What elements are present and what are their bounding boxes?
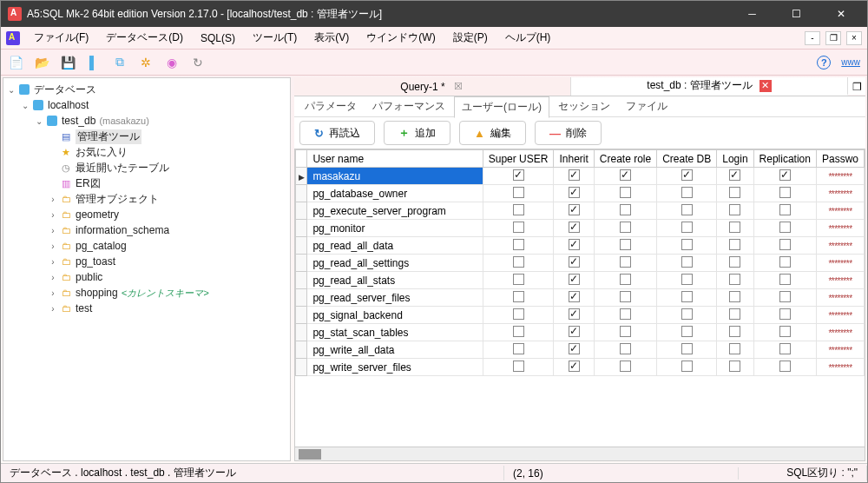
cell-checkbox[interactable] bbox=[657, 220, 717, 237]
cell-checkbox[interactable] bbox=[717, 185, 753, 202]
cell-checkbox[interactable] bbox=[717, 168, 753, 185]
cell-checkbox[interactable] bbox=[594, 272, 656, 289]
cell-username[interactable]: pg_read_server_files bbox=[307, 289, 483, 307]
checkbox-icon[interactable] bbox=[729, 187, 740, 198]
checkbox-icon[interactable] bbox=[779, 361, 791, 372]
checkbox-icon[interactable] bbox=[729, 343, 740, 354]
checkbox-icon[interactable] bbox=[729, 204, 740, 215]
cell-checkbox[interactable] bbox=[594, 341, 656, 359]
cell-checkbox[interactable] bbox=[753, 220, 816, 237]
checkbox-icon[interactable] bbox=[681, 361, 693, 372]
cell-password[interactable]: ******** bbox=[816, 289, 864, 307]
checkbox-icon[interactable] bbox=[779, 308, 791, 320]
checkbox-icon[interactable] bbox=[779, 343, 791, 354]
checkbox-icon[interactable] bbox=[513, 256, 524, 268]
grid-column-header[interactable]: Passwo bbox=[816, 150, 864, 168]
reload-button[interactable]: ↻再読込 bbox=[299, 121, 375, 145]
cell-password[interactable]: ******** bbox=[816, 220, 864, 237]
cell-checkbox[interactable] bbox=[657, 359, 717, 376]
cell-checkbox[interactable] bbox=[717, 341, 753, 359]
table-row[interactable]: pg_execute_server_program******** bbox=[296, 202, 865, 220]
checkbox-icon[interactable] bbox=[513, 187, 524, 198]
cell-checkbox[interactable] bbox=[594, 289, 656, 307]
cell-password[interactable]: ******** bbox=[816, 307, 864, 324]
cell-checkbox[interactable] bbox=[753, 272, 816, 289]
checkbox-icon[interactable] bbox=[681, 239, 693, 250]
cell-username[interactable]: pg_signal_backend bbox=[307, 307, 483, 324]
subtab-users[interactable]: ユーザー(ロール) bbox=[454, 96, 549, 118]
checkbox-icon[interactable] bbox=[681, 204, 693, 215]
cell-username[interactable]: pg_read_all_data bbox=[307, 237, 483, 255]
cell-password[interactable]: ******** bbox=[816, 237, 864, 255]
cell-checkbox[interactable] bbox=[554, 341, 594, 359]
cell-username[interactable]: pg_write_server_files bbox=[307, 359, 483, 376]
table-row[interactable]: pg_read_all_data******** bbox=[296, 237, 865, 255]
checkbox-icon[interactable] bbox=[729, 256, 740, 268]
tab-admin[interactable]: test_db : 管理者ツール ✕ bbox=[571, 77, 848, 96]
cell-checkbox[interactable] bbox=[594, 185, 656, 202]
cell-password[interactable]: ******** bbox=[816, 255, 864, 272]
checkbox-icon[interactable] bbox=[569, 274, 580, 285]
cell-password[interactable]: ******** bbox=[816, 324, 864, 341]
cell-checkbox[interactable] bbox=[554, 255, 594, 272]
tree-root[interactable]: ⌄ データベース bbox=[3, 82, 290, 97]
table-row[interactable]: pg_stat_scan_tables******** bbox=[296, 324, 865, 341]
grid-column-header[interactable]: Inherit bbox=[554, 150, 594, 168]
grid-column-header[interactable]: User name bbox=[307, 150, 483, 168]
checkbox-icon[interactable] bbox=[569, 256, 580, 268]
subtab-file[interactable]: ファイル bbox=[619, 96, 674, 116]
minimize-button[interactable]: ─ bbox=[733, 1, 772, 27]
checkbox-icon[interactable] bbox=[779, 204, 791, 215]
add-button[interactable]: ＋追加 bbox=[384, 121, 450, 145]
cell-password[interactable]: ******** bbox=[816, 168, 864, 185]
cell-checkbox[interactable] bbox=[594, 220, 656, 237]
cell-checkbox[interactable] bbox=[483, 324, 554, 341]
cell-checkbox[interactable] bbox=[554, 272, 594, 289]
cell-checkbox[interactable] bbox=[657, 341, 717, 359]
tree-host[interactable]: ⌄ localhost bbox=[3, 97, 290, 113]
cell-checkbox[interactable] bbox=[594, 168, 656, 185]
cell-username[interactable]: pg_write_all_data bbox=[307, 341, 483, 359]
checkbox-icon[interactable] bbox=[569, 222, 580, 233]
subtab-params[interactable]: パラメータ bbox=[298, 96, 364, 116]
new-icon[interactable]: 📄 bbox=[8, 55, 23, 70]
close-button[interactable]: ✕ bbox=[821, 1, 860, 27]
cell-checkbox[interactable] bbox=[717, 307, 753, 324]
cell-checkbox[interactable] bbox=[483, 255, 554, 272]
checkbox-icon[interactable] bbox=[681, 291, 693, 302]
refresh-icon[interactable]: ↻ bbox=[190, 55, 206, 70]
tree-schema-shopping[interactable]: ›🗀shopping<カレントスキーマ> bbox=[3, 285, 290, 301]
table-row[interactable]: pg_read_all_stats******** bbox=[296, 272, 865, 289]
cell-checkbox[interactable] bbox=[717, 272, 753, 289]
cell-checkbox[interactable] bbox=[657, 237, 717, 255]
cell-checkbox[interactable] bbox=[594, 237, 656, 255]
checkbox-icon[interactable] bbox=[681, 274, 693, 285]
cell-username[interactable]: pg_stat_scan_tables bbox=[307, 324, 483, 341]
cell-checkbox[interactable] bbox=[753, 359, 816, 376]
checkbox-icon[interactable] bbox=[779, 169, 791, 181]
cell-checkbox[interactable] bbox=[554, 220, 594, 237]
tree-favorites[interactable]: ★ お気に入り bbox=[3, 144, 290, 160]
checkbox-icon[interactable] bbox=[620, 343, 631, 354]
menu-view[interactable]: 表示(V) bbox=[307, 28, 356, 48]
checkbox-icon[interactable] bbox=[569, 169, 580, 181]
menu-settings[interactable]: 設定(P) bbox=[446, 28, 495, 48]
grid-column-header[interactable]: Replication bbox=[753, 150, 816, 168]
checkbox-icon[interactable] bbox=[569, 343, 580, 354]
cell-checkbox[interactable] bbox=[717, 255, 753, 272]
cell-checkbox[interactable] bbox=[717, 289, 753, 307]
edit-button[interactable]: ▲編集 bbox=[459, 121, 526, 145]
grid-column-header[interactable]: Create role bbox=[594, 150, 656, 168]
gear-icon[interactable]: ✲ bbox=[138, 55, 154, 70]
checkbox-icon[interactable] bbox=[513, 308, 524, 320]
checkbox-icon[interactable] bbox=[620, 222, 631, 233]
cell-checkbox[interactable] bbox=[753, 168, 816, 185]
checkbox-icon[interactable] bbox=[620, 308, 631, 320]
tree-db[interactable]: ⌄ test_db (masakazu) bbox=[3, 113, 290, 129]
mdi-close-button[interactable]: × bbox=[846, 31, 862, 45]
cell-password[interactable]: ******** bbox=[816, 341, 864, 359]
checkbox-icon[interactable] bbox=[779, 222, 791, 233]
tree-schema-pg_catalog[interactable]: ›🗀pg_catalog bbox=[3, 238, 290, 254]
cell-checkbox[interactable] bbox=[483, 307, 554, 324]
checkbox-icon[interactable] bbox=[569, 291, 580, 302]
